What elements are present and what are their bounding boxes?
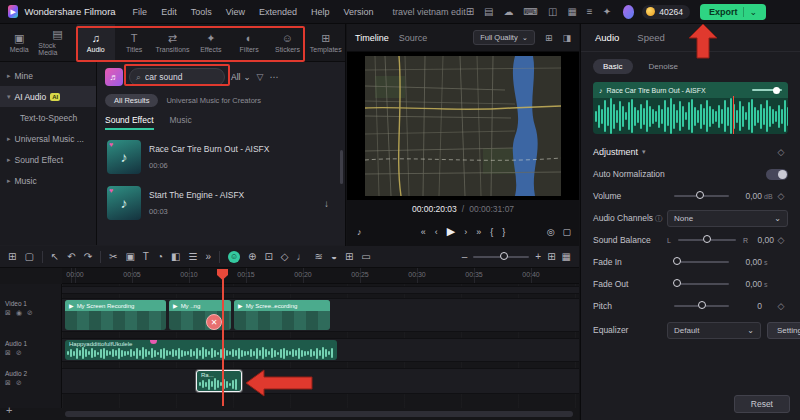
collection-button[interactable]: ♬ [105, 68, 123, 86]
compare-view-icon[interactable]: ◨ [562, 33, 571, 43]
visibility-icon[interactable]: ◉ [16, 309, 22, 317]
audio-clip[interactable]: HappyaddittofulfUkulele [65, 340, 337, 360]
menu-edit[interactable]: Edit [154, 7, 184, 17]
pitch-slider[interactable] [674, 305, 729, 307]
sidebar-item-universal-music[interactable]: ▸Universal Music ... [0, 128, 96, 149]
search-scope-dropdown[interactable]: All⌄ [231, 72, 251, 82]
reset-button[interactable]: Reset [734, 395, 790, 413]
playhead-line[interactable] [222, 270, 224, 406]
clip-zoom-slider[interactable] [752, 89, 782, 91]
mobile-icon[interactable]: ◫ [548, 6, 557, 17]
subtab-denoise[interactable]: Denoise [639, 59, 688, 74]
tab-stock-media[interactable]: ▤Stock Media [38, 24, 76, 61]
list-item[interactable]: ♥ ♪ Race Car Tire Burn Out - AISFX 00:06 [105, 134, 337, 180]
volume-slider[interactable] [674, 195, 729, 197]
sidebar-item-music[interactable]: ▸Music [0, 170, 96, 191]
more-icon[interactable]: ⋯ [270, 72, 279, 82]
results-tab-sound-effect[interactable]: Sound Effect [105, 115, 154, 130]
mute-icon[interactable]: ⊘ [16, 379, 22, 387]
equalizer-dropdown[interactable]: Default⌄ [667, 322, 761, 339]
menu-version[interactable]: Version [337, 7, 381, 17]
pip-icon[interactable]: ⊡ [264, 251, 272, 262]
step-forward-icon[interactable]: › [464, 227, 467, 237]
results-tab-music[interactable]: Music [170, 115, 192, 130]
timeline-ruler[interactable]: 00:00 00:05 00:10 00:15 00:20 00:25 00:3… [62, 268, 579, 284]
properties-tab-audio[interactable]: Audio [595, 32, 619, 43]
keyframe-icon[interactable]: ◇ [774, 147, 788, 157]
next-clip-icon[interactable]: » [476, 227, 481, 237]
keyframe-icon[interactable]: ◇ [774, 301, 788, 311]
effects-store-icon[interactable]: ✦ [603, 6, 611, 17]
mark-out-icon[interactable]: } [502, 227, 505, 237]
keyframe-icon[interactable]: ◇ [774, 235, 788, 245]
info-icon[interactable]: ⓘ [655, 214, 663, 223]
filter-chip-all-results[interactable]: All Results [105, 94, 158, 107]
color-icon[interactable]: ◒ [331, 251, 337, 262]
add-track-button[interactable]: + [6, 404, 12, 416]
list-item[interactable]: ♥ ♪ Start The Engine - AISFX 00:03 ↓ [105, 180, 337, 226]
list-scrollbar[interactable] [340, 150, 343, 184]
video-clip[interactable]: ▶My Scree..ecording [234, 300, 330, 330]
tab-filters[interactable]: ◐Filters [230, 24, 268, 61]
undo-icon[interactable]: ↶ [67, 251, 75, 262]
lock-icon[interactable]: ⊠ [5, 309, 11, 317]
sidebar-item-sound-effect[interactable]: ▸Sound Effect [0, 149, 96, 170]
properties-tab-speed[interactable]: Speed [637, 32, 664, 43]
fade-out-slider[interactable] [674, 283, 729, 285]
render-icon[interactable]: ▭ [361, 251, 370, 262]
plugin-icon[interactable]: ⊞ [466, 6, 474, 17]
tab-templates[interactable]: ⊞Templates [307, 24, 345, 61]
sound-balance-slider[interactable] [678, 239, 736, 241]
equalizer-setting-button[interactable]: Setting [767, 322, 800, 339]
filter-icon[interactable]: ▽ [257, 72, 264, 82]
pointer-icon[interactable]: ↖ [51, 251, 59, 262]
adjustment-section-label[interactable]: Adjustment [593, 147, 638, 157]
zoom-in-icon[interactable]: + [535, 251, 541, 262]
tab-media[interactable]: ▣Media [0, 24, 38, 61]
fade-in-slider[interactable] [674, 261, 729, 263]
lock-icon[interactable]: ⊠ [5, 379, 11, 387]
menu-extended[interactable]: Extended [252, 7, 304, 17]
download-icon[interactable]: ↓ [324, 198, 335, 209]
track-manage-icon[interactable]: ⊞ [8, 251, 16, 262]
snapshot-icon[interactable]: ◎ [547, 227, 555, 237]
menu-file[interactable]: File [126, 7, 155, 17]
fullscreen-icon[interactable]: ▢ [562, 227, 571, 237]
chevron-down-icon[interactable]: ▾ [642, 148, 646, 156]
tab-effects[interactable]: ✦Effects [192, 24, 230, 61]
zoom-out-icon[interactable]: – [462, 251, 468, 262]
quality-dropdown[interactable]: Full Quality⌄ [473, 30, 535, 45]
timeline-scrollbar[interactable] [65, 411, 573, 417]
adjust-panel-icon[interactable]: ▢ [24, 251, 33, 262]
timeline-zoom-slider[interactable] [473, 256, 529, 258]
audio-mixer-icon[interactable]: ≋ [314, 251, 322, 262]
tab-audio[interactable]: ♫Audio [77, 24, 115, 61]
panel-layout-icon[interactable]: ▦ [562, 251, 571, 262]
more-tools-icon[interactable]: » [205, 251, 211, 262]
crop-icon[interactable]: ▣ [125, 251, 134, 262]
tab-transitions[interactable]: ⇄Transitions [153, 24, 191, 61]
step-back-icon[interactable]: ‹ [435, 227, 438, 237]
menu-tools[interactable]: Tools [184, 7, 219, 17]
preview-tab-source[interactable]: Source [399, 33, 428, 43]
mute-icon[interactable]: ⊘ [16, 349, 22, 357]
smart-tool-icon[interactable]: ☺ [228, 251, 240, 263]
speed-icon[interactable]: ◔ [157, 251, 163, 262]
mark-in-icon[interactable]: { [490, 227, 493, 237]
video-clip[interactable]: ▶My Screen Recording [65, 300, 166, 330]
list-icon[interactable]: ≡ [587, 6, 593, 17]
audio-channels-dropdown[interactable]: None⌄ [667, 210, 788, 227]
mute-icon[interactable]: ⊘ [27, 309, 33, 317]
redo-icon[interactable]: ↷ [84, 251, 92, 262]
mask-icon[interactable]: ◧ [171, 251, 180, 262]
menu-icon[interactable]: ☰ [188, 251, 197, 262]
previous-clip-icon[interactable]: « [421, 227, 426, 237]
volume-icon[interactable]: ♪ [357, 227, 362, 237]
cloud-icon[interactable]: ☁ [503, 6, 513, 17]
fit-timeline-icon[interactable]: ⊞ [547, 251, 555, 262]
keyframe-icon[interactable]: ◇ [281, 251, 289, 262]
voiceover-mic-icon[interactable]: ♩ [296, 251, 306, 262]
sidebar-item-mine[interactable]: ▸Mine [0, 65, 96, 86]
sidebar-item-text-to-speech[interactable]: Text-to-Speech [0, 107, 96, 128]
credits-badge[interactable]: 40264 [642, 5, 690, 19]
